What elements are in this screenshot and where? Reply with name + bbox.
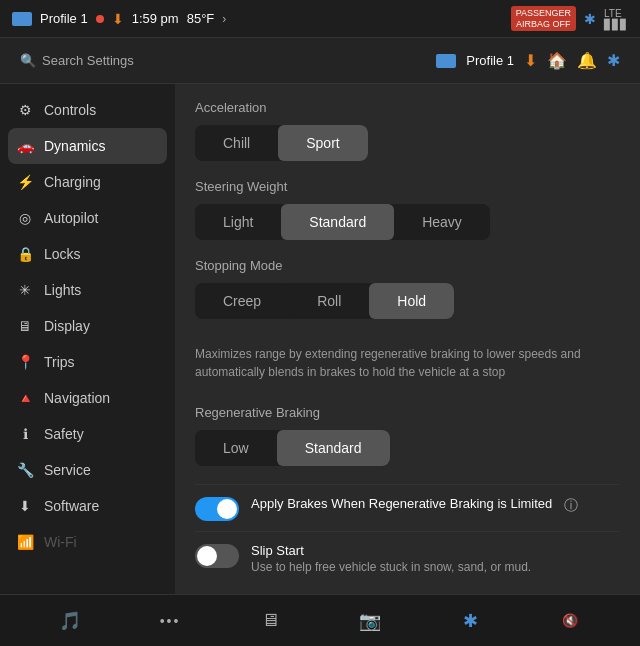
- sidebar-label-trips: Trips: [44, 354, 75, 370]
- regen-btn-group: Low Standard: [195, 430, 390, 466]
- sidebar-item-controls[interactable]: ⚙ Controls: [0, 92, 175, 128]
- regen-title: Regenerative Braking: [195, 405, 620, 420]
- sidebar-label-display: Display: [44, 318, 90, 334]
- steering-section: Steering Weight Light Standard Heavy: [195, 179, 620, 240]
- sidebar-item-software[interactable]: ⬇ Software: [0, 488, 175, 524]
- trips-icon: 📍: [16, 354, 34, 370]
- sidebar-item-lights[interactable]: ✳ Lights: [0, 272, 175, 308]
- sidebar-label-wifi: Wi-Fi: [44, 534, 77, 550]
- sidebar-label-lights: Lights: [44, 282, 81, 298]
- home-icon: 🏠: [547, 51, 567, 70]
- charging-icon: ⚡: [16, 174, 34, 190]
- bell-icon: 🔔: [577, 51, 597, 70]
- software-icon: ⬇: [16, 498, 34, 514]
- display-icon: 🖥: [16, 318, 34, 334]
- sidebar-label-autopilot: Autopilot: [44, 210, 98, 226]
- stopping-section: Stopping Mode Creep Roll Hold Maximizes …: [195, 258, 620, 389]
- taskbar-bluetooth-icon[interactable]: ✱: [452, 603, 488, 639]
- sidebar-item-locks[interactable]: 🔒 Locks: [0, 236, 175, 272]
- taskbar-camera-icon[interactable]: 📷: [352, 603, 388, 639]
- sidebar-item-service[interactable]: 🔧 Service: [0, 452, 175, 488]
- steering-heavy[interactable]: Heavy: [394, 204, 490, 240]
- second-bar-right: Profile 1 ⬇ 🏠 🔔 ✱: [436, 51, 620, 70]
- stopping-roll[interactable]: Roll: [289, 283, 369, 319]
- autopilot-icon: ◎: [16, 210, 34, 226]
- stopping-btn-group: Creep Roll Hold: [195, 283, 454, 319]
- second-bar: 🔍 Search Settings Profile 1 ⬇ 🏠 🔔 ✱: [0, 38, 640, 84]
- regen-low[interactable]: Low: [195, 430, 277, 466]
- bluetooth-icon: ✱: [584, 11, 596, 27]
- taskbar-music-icon[interactable]: 🎵: [52, 603, 88, 639]
- search-placeholder: Search Settings: [42, 53, 134, 68]
- download-icon2: ⬇: [524, 51, 537, 70]
- airbag-badge: PASSENGERAIRBAG OFF: [511, 6, 576, 32]
- profile-name: Profile 1: [466, 53, 514, 68]
- acceleration-title: Acceleration: [195, 100, 620, 115]
- sidebar-item-wifi[interactable]: 📶 Wi-Fi: [0, 524, 175, 560]
- profile-label: Profile 1: [40, 11, 88, 26]
- sidebar-label-charging: Charging: [44, 174, 101, 190]
- sidebar-item-safety[interactable]: ℹ Safety: [0, 416, 175, 452]
- temp-display: 85°F: [187, 11, 215, 26]
- download-icon: ⬇: [112, 11, 124, 27]
- apply-brakes-toggle[interactable]: [195, 497, 239, 521]
- lte-badge: LTE▊▊▊: [604, 8, 628, 30]
- taskbar-volume-icon[interactable]: 🔇: [552, 603, 588, 639]
- safety-icon: ℹ: [16, 426, 34, 442]
- sidebar-label-locks: Locks: [44, 246, 81, 262]
- slip-start-row: Slip Start Use to help free vehicle stuc…: [195, 531, 620, 584]
- apply-brakes-row: Apply Brakes When Regenerative Braking i…: [195, 484, 620, 531]
- top-status-bar: Profile 1 ⬇ 1:59 pm 85°F › PASSENGERAIRB…: [0, 0, 640, 38]
- sidebar-label-dynamics: Dynamics: [44, 138, 105, 154]
- steering-light[interactable]: Light: [195, 204, 281, 240]
- sidebar-item-display[interactable]: 🖥 Display: [0, 308, 175, 344]
- acceleration-section: Acceleration Chill Sport: [195, 100, 620, 161]
- taskbar: 🎵 ••• 🖥 📷 ✱ 🔇: [0, 594, 640, 646]
- sidebar-item-navigation[interactable]: 🔺 Navigation: [0, 380, 175, 416]
- navigation-icon: 🔺: [16, 390, 34, 406]
- taskbar-display-icon[interactable]: 🖥: [252, 603, 288, 639]
- wifi-icon: 📶: [16, 534, 34, 550]
- acceleration-sport[interactable]: Sport: [278, 125, 367, 161]
- top-bar-left: Profile 1 ⬇ 1:59 pm 85°F ›: [12, 11, 501, 27]
- steering-title: Steering Weight: [195, 179, 620, 194]
- apply-brakes-label-area: Apply Brakes When Regenerative Braking i…: [251, 495, 552, 513]
- toggle-knob: [217, 499, 237, 519]
- apply-brakes-label: Apply Brakes When Regenerative Braking i…: [251, 495, 552, 513]
- locks-icon: 🔒: [16, 246, 34, 262]
- stopping-creep[interactable]: Creep: [195, 283, 289, 319]
- sidebar-label-service: Service: [44, 462, 91, 478]
- sidebar-label-software: Software: [44, 498, 99, 514]
- search-area[interactable]: 🔍 Search Settings: [20, 53, 420, 68]
- regen-standard[interactable]: Standard: [277, 430, 390, 466]
- acceleration-chill[interactable]: Chill: [195, 125, 278, 161]
- sidebar-item-charging[interactable]: ⚡ Charging: [0, 164, 175, 200]
- bluetooth-icon2: ✱: [607, 51, 620, 70]
- regen-section: Regenerative Braking Low Standard: [195, 405, 620, 466]
- slip-start-label-area: Slip Start Use to help free vehicle stuc…: [251, 542, 531, 574]
- sidebar-label-safety: Safety: [44, 426, 84, 442]
- time-display: 1:59 pm: [132, 11, 179, 26]
- sidebar-label-controls: Controls: [44, 102, 96, 118]
- acceleration-btn-group: Chill Sport: [195, 125, 368, 161]
- steering-btn-group: Light Standard Heavy: [195, 204, 490, 240]
- sidebar: ⚙ Controls 🚗 Dynamics ⚡ Charging ◎ Autop…: [0, 84, 175, 594]
- chevron-icon: ›: [222, 12, 226, 26]
- slip-start-label: Slip Start: [251, 542, 531, 560]
- slip-start-description: Use to help free vehicle stuck in snow, …: [251, 560, 531, 574]
- lights-icon: ✳: [16, 282, 34, 298]
- taskbar-more-icon[interactable]: •••: [152, 603, 188, 639]
- volume-display: 🔇: [562, 613, 578, 628]
- steering-standard[interactable]: Standard: [281, 204, 394, 240]
- top-bar-right: PASSENGERAIRBAG OFF ✱ LTE▊▊▊: [511, 6, 628, 32]
- slip-start-toggle[interactable]: [195, 544, 239, 568]
- sidebar-label-navigation: Navigation: [44, 390, 110, 406]
- stopping-title: Stopping Mode: [195, 258, 620, 273]
- info-icon[interactable]: ⓘ: [564, 497, 578, 515]
- car-icon: [12, 12, 32, 26]
- stopping-hold[interactable]: Hold: [369, 283, 454, 319]
- sidebar-item-trips[interactable]: 📍 Trips: [0, 344, 175, 380]
- sidebar-item-dynamics[interactable]: 🚗 Dynamics: [8, 128, 167, 164]
- sidebar-item-autopilot[interactable]: ◎ Autopilot: [0, 200, 175, 236]
- status-dot: [96, 15, 104, 23]
